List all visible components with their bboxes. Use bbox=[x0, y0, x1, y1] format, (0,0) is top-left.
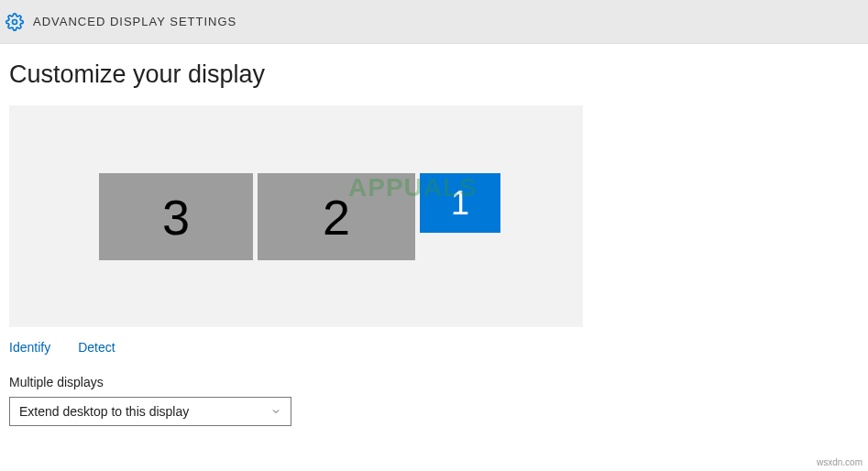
display-arrangement-panel[interactable]: 3 2 1 APPUALS bbox=[9, 105, 583, 327]
multiple-displays-dropdown[interactable]: Extend desktop to this display bbox=[9, 397, 291, 426]
multiple-displays-label: Multiple displays bbox=[9, 375, 859, 389]
display-actions: Identify Detect bbox=[9, 340, 859, 355]
attribution-text: wsxdn.com bbox=[817, 457, 863, 467]
detect-link[interactable]: Detect bbox=[78, 340, 115, 355]
title-bar: ADVANCED DISPLAY SETTINGS bbox=[0, 0, 868, 44]
chevron-down-icon bbox=[270, 406, 281, 417]
page-title: Customize your display bbox=[9, 60, 859, 89]
svg-point-0 bbox=[13, 19, 17, 24]
header-title: ADVANCED DISPLAY SETTINGS bbox=[33, 15, 236, 28]
display-monitor-3[interactable]: 3 bbox=[99, 173, 253, 260]
dropdown-selected-value: Extend desktop to this display bbox=[19, 404, 189, 419]
display-monitor-2[interactable]: 2 bbox=[258, 173, 415, 260]
identify-link[interactable]: Identify bbox=[9, 340, 50, 355]
settings-gear-icon bbox=[5, 13, 24, 31]
display-monitor-1[interactable]: 1 bbox=[420, 173, 500, 233]
content-area: Customize your display 3 2 1 APPUALS Ide… bbox=[0, 44, 868, 426]
